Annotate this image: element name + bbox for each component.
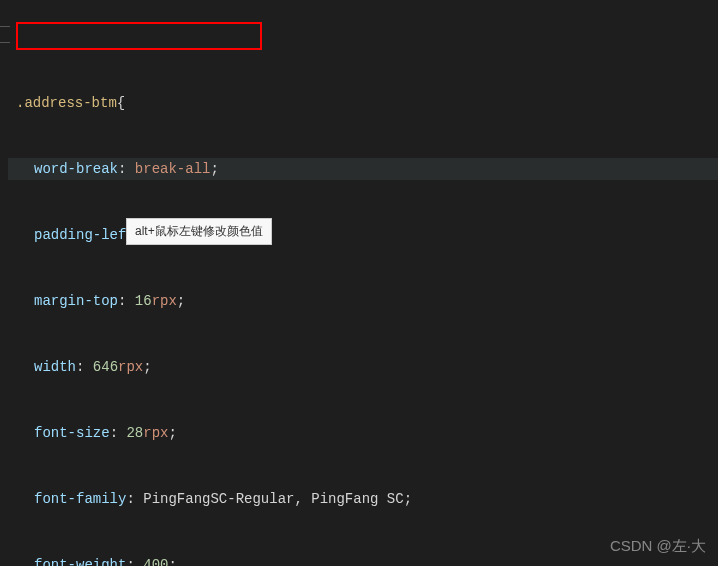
- property: font-size: [34, 425, 110, 441]
- highlight-box: [16, 22, 262, 50]
- code-line[interactable]: font-family: PingFangSC-Regular, PingFan…: [8, 488, 718, 510]
- value: break-all: [135, 161, 211, 177]
- code-line[interactable]: word-break: break-all;: [8, 158, 718, 180]
- property: font-weight: [34, 557, 126, 566]
- property: word-break: [34, 161, 118, 177]
- brace: {: [117, 95, 125, 111]
- code-line[interactable]: width: 646rpx;: [8, 356, 718, 378]
- watermark: CSDN @左·大: [610, 537, 706, 556]
- selector: .address-btm: [16, 95, 117, 111]
- color-tooltip: alt+鼠标左键修改颜色值: [126, 218, 272, 245]
- gutter-diff-mark: [0, 26, 10, 43]
- code-line[interactable]: .address-btm{: [8, 92, 718, 114]
- unit: rpx: [143, 425, 168, 441]
- code-line[interactable]: font-size: 28rpx;: [8, 422, 718, 444]
- number: 400: [143, 557, 168, 566]
- number: 28: [126, 425, 143, 441]
- unit: rpx: [118, 359, 143, 375]
- property: width: [34, 359, 76, 375]
- value: PingFangSC-Regular, PingFang SC: [143, 491, 403, 507]
- number: 646: [93, 359, 118, 375]
- property: padding-left: [34, 227, 135, 243]
- property: margin-top: [34, 293, 118, 309]
- number: 16: [135, 293, 152, 309]
- property: font-family: [34, 491, 126, 507]
- code-line[interactable]: margin-top: 16rpx;: [8, 290, 718, 312]
- unit: rpx: [152, 293, 177, 309]
- code-editor[interactable]: .address-btm{ word-break: break-all; pad…: [0, 0, 718, 566]
- code-line[interactable]: padding-left: 8rpx;: [8, 224, 718, 246]
